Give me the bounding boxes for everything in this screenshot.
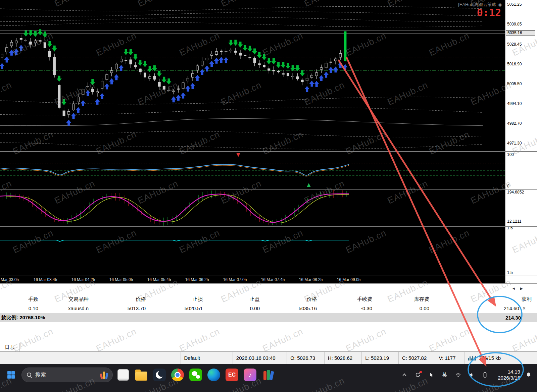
tray-phone-icon[interactable] [480, 370, 490, 380]
order-cell: 214.60× [435, 305, 537, 312]
price-axis-label: 1.5 [507, 270, 513, 275]
current-price-box: 5035.16 [506, 30, 535, 36]
chrome-icon [171, 369, 184, 381]
tab-journal[interactable]: 日志 [0, 343, 19, 351]
tray-pointer-icon[interactable] [426, 370, 436, 380]
panel-splitter[interactable] [0, 189, 537, 190]
status-profile: Default [181, 352, 233, 364]
column-header[interactable]: 止盈 [208, 296, 265, 302]
app-ec[interactable]: EC [224, 367, 240, 383]
price-axis-label: 5028.45 [507, 42, 522, 47]
notes-icon [117, 369, 129, 381]
scroll-right-icon[interactable]: ▶ [520, 286, 523, 291]
start-button[interactable] [3, 367, 19, 383]
time-axis-label: 16 Mar 04:25 [71, 277, 95, 282]
app-music[interactable]: ♪ [242, 367, 258, 383]
total-profit-value: 214.30 [505, 315, 537, 321]
status-high: H: 5028.62 [324, 352, 362, 364]
terminal-trade-panel: 手数交易品种价格止损止盈价格手续费库存费获利 0.10xauusd.n5013.… [0, 295, 537, 343]
price-axis-label: 100 [507, 152, 514, 157]
tray-chevron-icon[interactable] [399, 370, 409, 380]
column-header[interactable]: 交易品种 [44, 296, 94, 302]
time-axis-label: 16 Mar 07:45 [261, 277, 285, 282]
price-chart-canvas[interactable] [0, 0, 505, 276]
clock-date: 2026/3/16 [493, 375, 520, 381]
app-wechat[interactable] [188, 367, 203, 383]
wechat-icon [189, 369, 202, 381]
margin-level-label: 款比例: 20768.10% [0, 315, 45, 321]
taskbar-clock[interactable]: 14:19 2026/3/16 [493, 369, 520, 381]
desktop: [EAHub]高盈云策略 ◉ 0:12 Mar 03:0516 Mar 03:4… [0, 0, 537, 392]
candle-countdown-timer: 0:12 [477, 7, 501, 18]
edge-icon [207, 369, 220, 381]
tray-sync-icon[interactable] [413, 370, 423, 380]
order-cell: 5013.70 [94, 305, 151, 311]
column-header[interactable]: 手数 [0, 296, 44, 302]
scroll-left-icon[interactable]: ◄ [512, 286, 516, 290]
tray-volume-icon[interactable] [467, 370, 477, 380]
time-axis-label: 16 Mar 05:05 [109, 277, 133, 282]
mt4-chart-window[interactable]: [EAHub]高盈云策略 ◉ 0:12 [0, 0, 505, 276]
price-axis-label: 0 [507, 184, 509, 188]
open-position-row[interactable]: 0.10xauusd.n5013.705020.510.005035.16-0.… [0, 304, 537, 313]
clock-time: 14:19 [493, 369, 520, 375]
order-cell: -0.30 [322, 305, 378, 311]
order-cell: xauusd.n [44, 305, 94, 311]
panel-splitter[interactable] [0, 151, 537, 152]
search-placeholder: 搜索 [35, 372, 46, 379]
status-volume: V: 1177 [435, 352, 465, 364]
notification-dot [420, 371, 422, 373]
status-close: C: 5027.82 [398, 352, 435, 364]
order-cell: 0.00 [378, 305, 435, 311]
balance-row: 款比例: 20768.10% 214.30 [0, 313, 537, 322]
app-library[interactable] [260, 367, 276, 383]
status-open: O: 5026.73 [287, 352, 324, 364]
status-low: L: 5023.19 [361, 352, 398, 364]
column-header[interactable]: 获利 [435, 296, 537, 302]
column-header[interactable]: 价格 [265, 296, 322, 302]
chart-scroll-strip[interactable]: ◄ ▶ [0, 283, 537, 295]
status-spacer [0, 352, 181, 364]
app-notes[interactable] [115, 367, 131, 383]
music-icon: ♪ [244, 369, 256, 381]
price-axis[interactable]: 5035.16 5051.255039.855028.455016.905005… [505, 0, 537, 283]
time-axis-label: Mar 03:05 [1, 277, 19, 282]
time-axis-label: 16 Mar 07:05 [223, 277, 247, 282]
status-traffic: 376/15 kb [465, 352, 504, 364]
traffic-text: 376/15 kb [479, 355, 501, 361]
app-file-explorer[interactable] [134, 367, 149, 383]
tray-wifi-icon[interactable] [453, 370, 463, 380]
price-axis-label: 5051.25 [507, 2, 522, 7]
time-axis[interactable]: Mar 03:0516 Mar 03:4516 Mar 04:2516 Mar … [0, 276, 505, 283]
time-axis-label: 16 Mar 03:45 [34, 277, 57, 282]
taskbar-search[interactable]: 搜索 [21, 368, 113, 382]
price-axis-label: 5005.50 [507, 81, 522, 86]
app-chrome[interactable] [170, 367, 185, 383]
close-position-icon[interactable]: × [523, 305, 526, 312]
library-icon [263, 370, 273, 380]
time-axis-label: 16 Mar 08:25 [299, 277, 323, 282]
price-axis-label: 5016.90 [507, 62, 522, 66]
search-highlights-icon [100, 371, 108, 379]
order-cell: 0.00 [208, 305, 265, 311]
trade-table-header: 手数交易品种价格止损止盈价格手续费库存费获利 [0, 295, 537, 304]
price-axis-label: 4982.70 [507, 121, 522, 126]
order-cell: 0.10 [0, 305, 44, 311]
column-header[interactable]: 手续费 [322, 296, 378, 302]
panel-splitter[interactable] [0, 226, 537, 227]
app-edge[interactable] [206, 367, 222, 383]
ec-icon: EC [226, 369, 238, 381]
column-header[interactable]: 止损 [151, 296, 208, 302]
search-icon [27, 372, 32, 378]
status-candle-time: 2026.03.16 03:40 [233, 352, 287, 364]
app-dark[interactable] [152, 367, 167, 383]
windows-taskbar: 搜索 EC ♪ 英 [0, 364, 537, 392]
profit-value: 214.60 [504, 305, 519, 311]
column-header[interactable]: 库存费 [378, 296, 435, 302]
tray-ime-indicator[interactable]: 英 [440, 370, 450, 380]
column-header[interactable]: 价格 [94, 296, 151, 302]
indicator-settings-icon[interactable]: ◉ [498, 2, 502, 7]
axis-separator [0, 276, 537, 276]
tray-bell-icon[interactable] [524, 370, 534, 380]
price-axis-label: 4971.30 [507, 141, 522, 146]
